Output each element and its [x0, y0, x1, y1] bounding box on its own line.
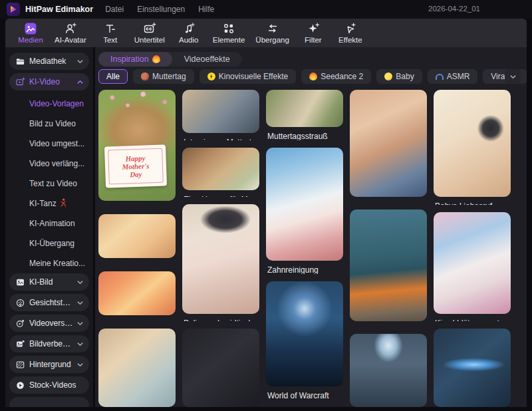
menu-hilfe[interactable]: Hilfe — [198, 5, 214, 14]
faceswap-icon — [15, 298, 25, 308]
template-card-babyphone[interactable] — [434, 90, 511, 197]
template-card-boot[interactable] — [350, 209, 427, 321]
chip-alle[interactable]: Alle — [98, 69, 128, 84]
sidebar-subitem-ki-tanz[interactable]: KI-Tanz — [5, 194, 93, 213]
sidebar-subitem-label: Video umgest... — [29, 139, 84, 148]
template-card-kirsch[interactable] — [434, 212, 511, 314]
template-card-polieren[interactable] — [182, 204, 259, 314]
effects-icon — [344, 22, 357, 35]
tab-videoeffekte[interactable]: Videoeffekte — [172, 52, 242, 67]
template-card-ufo[interactable] — [350, 334, 427, 407]
sidebar-subitem-video-verläng-[interactable]: Video verläng... — [5, 154, 93, 174]
template-card-title: Polieren d...xidtisches — [184, 319, 259, 321]
sidebar-item-bildverbesser-[interactable]: Bildverbesser... — [9, 335, 89, 352]
sidebar-subitem-text-zu-video[interactable]: Text zu Video — [5, 174, 93, 194]
template-card-title: Frucht Liebesinsel — [100, 320, 176, 321]
sidebar-item-mediathek[interactable]: Mediathek — [9, 53, 89, 70]
media-icon — [24, 22, 37, 35]
sidebar-item-ki-bild[interactable]: KI-Bild — [9, 273, 89, 291]
toolbar-item-filter[interactable]: Filter — [296, 20, 331, 47]
template-card-title: Miniaturboot — [351, 326, 427, 327]
sidebar-item-label: KI-Video — [29, 77, 74, 86]
elements-icon — [222, 22, 235, 35]
chevron-down-icon — [76, 341, 84, 348]
sidebar-subitem-ki-übergang[interactable]: KI-Übergang — [5, 233, 93, 253]
template-card-umarmung[interactable] — [182, 148, 259, 190]
template-card-babygeschenk[interactable] — [98, 214, 176, 258]
lightning-icon — [207, 72, 215, 80]
toolbar-item--bergang[interactable]: Übergang — [251, 20, 293, 47]
toolbar-item-label: Text — [103, 36, 117, 44]
template-card-wow[interactable] — [266, 281, 343, 386]
audio-icon — [182, 22, 196, 35]
tab-inspiration[interactable]: Inspiration — [98, 52, 172, 67]
dancer-icon — [59, 198, 67, 207]
chip-muttertag[interactable]: Muttertag — [133, 69, 194, 84]
toolbar-item-medien[interactable]: Medien — [13, 20, 48, 47]
titlebar: HitPaw Edimakor Datei Einstellungen Hilf… — [0, 0, 532, 19]
ai-video-icon — [15, 77, 25, 87]
chip-asmr[interactable]: ASMR — [428, 69, 478, 84]
chevron-down-icon — [76, 58, 84, 65]
toolbar-item-audio[interactable]: Audio — [172, 20, 206, 47]
sidebar-item-label: Bildverbesser... — [29, 339, 74, 348]
family-icon — [141, 72, 149, 80]
sidebar-subitem-label: Video verläng... — [29, 159, 84, 168]
main-toolbar: MedienAI-AvatarTextUntertitelAudioElemen… — [5, 19, 527, 47]
sidebar-item-label: Videoverstärk... — [29, 319, 74, 328]
chip-baby[interactable]: Baby — [376, 69, 422, 84]
template-card-strauss[interactable] — [266, 90, 343, 127]
sidebar-item-hintergrund[interactable]: Hintergrund — [9, 356, 89, 373]
toolbar-item-label: Filter — [305, 36, 322, 44]
sidebar-item-videoverstärk-[interactable]: Videoverstärk... — [9, 315, 89, 332]
sidebar-subitem-video-umgest-[interactable]: Video umgest... — [5, 134, 93, 154]
template-card-dance[interactable] — [182, 329, 259, 407]
sidebar-item-partial[interactable] — [9, 397, 89, 407]
sidebar-subitem-meine-kreatio-[interactable]: Meine Kreatio... — [5, 253, 93, 273]
sidebar-item-stock-videos[interactable]: Stock-Videos — [9, 376, 89, 394]
sidebar-subitem-ki-animation[interactable]: KI-Animation — [5, 213, 93, 233]
toolbar-item-text[interactable]: Text — [93, 20, 128, 47]
expand-chips-button[interactable] — [505, 69, 521, 84]
sidebar-subitem-bild-zu-video[interactable]: Bild zu Video — [5, 114, 93, 134]
template-card-title: Kirschblüt...regentraum — [435, 319, 511, 322]
template-card-title: Eine Umar... für Mama — [184, 195, 259, 198]
toolbar-item-ai-avatar[interactable]: AI-Avatar — [51, 20, 90, 47]
tab-label: Videoeffekte — [184, 55, 230, 64]
template-card-kuss[interactable] — [350, 90, 427, 197]
template-card-title: Haustier z... Muttertag — [100, 206, 176, 207]
chip-kinovisuelle-effekte[interactable]: Kinovisuelle Effekte — [200, 69, 297, 84]
folder-icon — [15, 57, 25, 67]
template-card-pet-corgi[interactable]: Happy Mother's Day — [98, 90, 176, 201]
chevron-up-icon — [76, 78, 84, 86]
toolbar-item-label: AI-Avatar — [55, 36, 86, 44]
grid-column-3: MuttertagsstraußZahnreinigungWorld of Wa… — [266, 90, 343, 407]
toolbar-item-elemente[interactable]: Elemente — [209, 20, 249, 47]
chip-label: Alle — [106, 72, 120, 81]
fire-icon — [152, 55, 160, 63]
template-card-zahn[interactable] — [266, 148, 343, 261]
template-grid: Happy Mother's DayHaustier z... Mutterta… — [98, 90, 527, 407]
toolbar-item-label: Medien — [18, 36, 43, 44]
sidebar-item-label: Hintergrund — [29, 360, 74, 369]
template-card-sword[interactable] — [434, 329, 511, 407]
menu-datei[interactable]: Datei — [105, 5, 124, 14]
template-card-boy[interactable] — [98, 329, 176, 407]
template-card-interview[interactable] — [182, 90, 259, 133]
sidebar-item-gesichtstausch[interactable]: Gesichtstausch — [9, 294, 89, 311]
chip-label: Muttertag — [152, 72, 186, 81]
chip-seedance-2[interactable]: Seedance 2 — [301, 69, 371, 84]
template-card-title: Babys Liebesruf — [435, 202, 511, 205]
headphones-icon — [436, 74, 444, 80]
sidebar-item-ki-video[interactable]: KI-Video — [9, 73, 89, 90]
toolbar-item-effekte[interactable]: Effekte — [333, 20, 368, 47]
filter-icon — [307, 22, 320, 35]
sidebar-subitem-video-vorlagen[interactable]: Video-Vorlagen — [5, 94, 93, 114]
content-area: InspirationVideoeffekte AlleMuttertagKin… — [95, 47, 527, 407]
chevron-down-icon — [76, 299, 84, 307]
template-card-title: Muttertagsstrauß — [267, 132, 343, 140]
menu-einstellungen[interactable]: Einstellungen — [137, 5, 185, 14]
template-card-frucht[interactable] — [98, 271, 176, 315]
toolbar-item-untertitel[interactable]: Untertitel — [130, 20, 169, 47]
project-name: 2026-04-22_01 — [428, 5, 480, 13]
